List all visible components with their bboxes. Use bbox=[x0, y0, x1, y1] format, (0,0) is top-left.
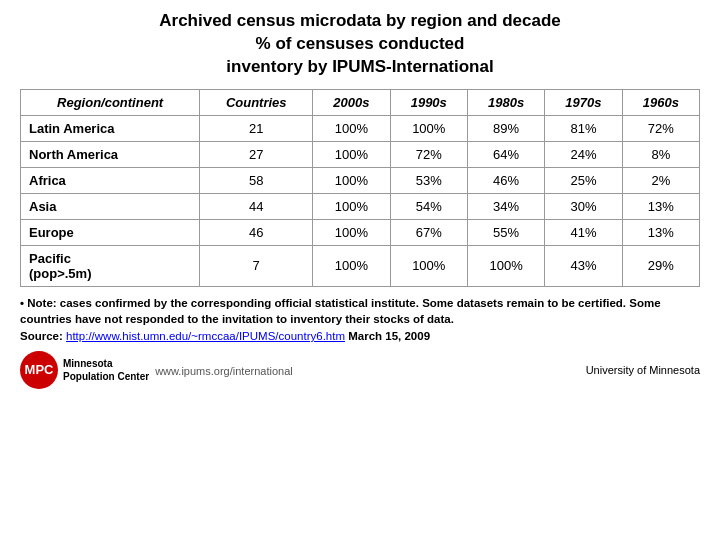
data-cell: 34% bbox=[467, 193, 544, 219]
mpc-name: Minnesota Population Center bbox=[63, 357, 149, 383]
data-cell: 89% bbox=[467, 115, 544, 141]
data-table: Region/continent Countries 2000s 1990s 1… bbox=[20, 89, 700, 287]
data-cell: 30% bbox=[545, 193, 622, 219]
source-label: Source: bbox=[20, 330, 66, 342]
footer-left: MPC Minnesota Population Center www.ipum… bbox=[20, 351, 293, 389]
table-row: Asia44100%54%34%30%13% bbox=[21, 193, 700, 219]
source-date: March 15, 2009 bbox=[345, 330, 430, 342]
region-cell: Latin America bbox=[21, 115, 200, 141]
table-row: Africa58100%53%46%25%2% bbox=[21, 167, 700, 193]
data-cell: 100% bbox=[390, 115, 467, 141]
note-text: Note: cases confirmed by the correspondi… bbox=[20, 297, 661, 326]
table-row: Pacific (pop>.5m)7100%100%100%43%29% bbox=[21, 245, 700, 286]
data-cell: 13% bbox=[622, 193, 699, 219]
data-cell: 53% bbox=[390, 167, 467, 193]
data-cell: 13% bbox=[622, 219, 699, 245]
table-row: Europe46100%67%55%41%13% bbox=[21, 219, 700, 245]
data-cell: 100% bbox=[313, 219, 390, 245]
note-section: • Note: cases confirmed by the correspon… bbox=[20, 295, 700, 345]
region-cell: Pacific (pop>.5m) bbox=[21, 245, 200, 286]
col-header-1960s: 1960s bbox=[622, 89, 699, 115]
data-cell: 72% bbox=[622, 115, 699, 141]
mpc-logo: MPC Minnesota Population Center bbox=[20, 351, 149, 389]
col-header-2000s: 2000s bbox=[313, 89, 390, 115]
col-header-region: Region/continent bbox=[21, 89, 200, 115]
data-cell: 25% bbox=[545, 167, 622, 193]
data-cell: 100% bbox=[313, 193, 390, 219]
data-cell: 72% bbox=[390, 141, 467, 167]
data-cell: 21 bbox=[200, 115, 313, 141]
data-cell: 46% bbox=[467, 167, 544, 193]
data-cell: 7 bbox=[200, 245, 313, 286]
university-name: University of Minnesota bbox=[586, 364, 700, 376]
col-header-1990s: 1990s bbox=[390, 89, 467, 115]
data-cell: 100% bbox=[313, 115, 390, 141]
region-cell: Asia bbox=[21, 193, 200, 219]
col-header-1980s: 1980s bbox=[467, 89, 544, 115]
data-cell: 100% bbox=[313, 245, 390, 286]
data-cell: 43% bbox=[545, 245, 622, 286]
col-header-countries: Countries bbox=[200, 89, 313, 115]
data-cell: 44 bbox=[200, 193, 313, 219]
data-cell: 100% bbox=[467, 245, 544, 286]
data-cell: 54% bbox=[390, 193, 467, 219]
footer-url: www.ipums.org/international bbox=[155, 365, 293, 377]
region-cell: Africa bbox=[21, 167, 200, 193]
data-cell: 8% bbox=[622, 141, 699, 167]
page-title: Archived census microdata by region and … bbox=[159, 10, 561, 79]
col-header-1970s: 1970s bbox=[545, 89, 622, 115]
table-row: North America27100%72%64%24%8% bbox=[21, 141, 700, 167]
data-cell: 81% bbox=[545, 115, 622, 141]
data-cell: 58 bbox=[200, 167, 313, 193]
footer: MPC Minnesota Population Center www.ipum… bbox=[20, 351, 700, 389]
table-row: Latin America21100%100%89%81%72% bbox=[21, 115, 700, 141]
source-link[interactable]: http://www.hist.umn.edu/~rmccaa/IPUMS/co… bbox=[66, 330, 345, 342]
data-cell: 55% bbox=[467, 219, 544, 245]
region-cell: North America bbox=[21, 141, 200, 167]
data-cell: 24% bbox=[545, 141, 622, 167]
data-cell: 41% bbox=[545, 219, 622, 245]
data-cell: 2% bbox=[622, 167, 699, 193]
data-cell: 64% bbox=[467, 141, 544, 167]
region-cell: Europe bbox=[21, 219, 200, 245]
note-bullet: • bbox=[20, 297, 24, 309]
data-cell: 100% bbox=[390, 245, 467, 286]
mpc-circle-icon: MPC bbox=[20, 351, 58, 389]
data-cell: 100% bbox=[313, 167, 390, 193]
data-cell: 67% bbox=[390, 219, 467, 245]
data-cell: 46 bbox=[200, 219, 313, 245]
data-cell: 100% bbox=[313, 141, 390, 167]
data-cell: 29% bbox=[622, 245, 699, 286]
data-cell: 27 bbox=[200, 141, 313, 167]
